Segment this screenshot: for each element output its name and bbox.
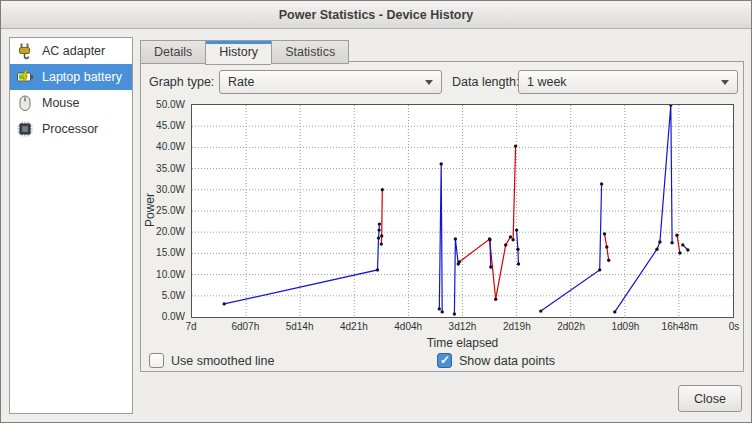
device-item-label: Processor [42,122,98,136]
tab-details[interactable]: Details [140,40,205,64]
y-tick-label: 20.0W [156,226,185,237]
x-tick-label: 4d21h [340,321,368,332]
device-item-processor[interactable]: Processor [10,116,132,142]
x-tick-label: 3d12h [449,321,477,332]
tab-statistics[interactable]: Statistics [271,40,349,64]
y-tick-label: 5.0W [162,289,185,300]
y-tick-label: 15.0W [156,247,185,258]
y-axis-ticks: 0.0W5.0W10.0W15.0W20.0W25.0W30.0W35.0W40… [153,104,188,316]
y-tick-label: 30.0W [156,183,185,194]
show-data-points-checkbox[interactable]: Show data points [437,353,555,368]
x-tick-label: 2d19h [503,321,531,332]
graph-type-select[interactable]: Rate [219,70,442,94]
chart-canvas [192,105,733,317]
titlebar[interactable]: Power Statistics - Device History [1,1,751,29]
processor-icon [14,118,36,140]
show-data-points-label: Show data points [459,354,555,368]
device-item-mouse[interactable]: Mouse [10,90,132,116]
x-tick-label: 1d09h [611,321,639,332]
x-tick-label: 4d04h [394,321,422,332]
chevron-down-icon [721,80,729,85]
notebook-tabs: Details History Statistics [140,40,349,64]
y-tick-label: 25.0W [156,205,185,216]
y-tick-label: 35.0W [156,162,185,173]
history-chart [191,104,734,318]
data-length-select[interactable]: 1 week [518,70,738,94]
smoothed-line-label: Use smoothed line [171,354,275,368]
x-tick-label: 0s [729,321,740,332]
y-tick-label: 10.0W [156,268,185,279]
device-item-ac-adapter[interactable]: AC adapter [10,38,132,64]
window-title: Power Statistics - Device History [279,8,474,22]
power-statistics-window: Power Statistics - Device History AC ada… [0,0,752,423]
smoothed-line-checkbox[interactable]: Use smoothed line [149,353,275,368]
y-tick-label: 45.0W [156,120,185,131]
y-tick-label: 50.0W [156,99,185,110]
checkbox-box[interactable] [149,353,164,368]
x-axis-title: Time elapsed [191,336,734,350]
x-tick-label: 6d07h [231,321,259,332]
x-tick-label: 7d [185,321,196,332]
y-tick-label: 0.0W [162,311,185,322]
history-page: Graph type: Rate Data length: 1 week Pow… [140,61,744,372]
device-item-label: Mouse [42,96,80,110]
mouse-icon [14,92,36,114]
device-item-label: Laptop battery [42,70,122,84]
y-tick-label: 40.0W [156,141,185,152]
checkbox-box[interactable] [437,353,452,368]
x-tick-label: 16h48m [662,321,698,332]
device-list: AC adapter Laptop battery M [9,37,133,414]
close-button[interactable]: Close [678,385,742,412]
graph-type-label: Graph type: [149,75,214,89]
data-length-label: Data length: [452,75,519,89]
graph-type-value: Rate [228,75,254,89]
ac-adapter-icon [14,40,36,62]
chevron-down-icon [425,80,433,85]
x-tick-label: 5d14h [286,321,314,332]
x-tick-label: 2d02h [557,321,585,332]
device-item-label: AC adapter [42,44,105,58]
data-length-value: 1 week [527,75,567,89]
battery-icon [14,66,36,88]
x-axis-ticks: 7d6d07h5d14h4d21h4d04h3d12h2d19h2d02h1d0… [191,321,734,333]
device-item-laptop-battery[interactable]: Laptop battery [10,64,132,90]
tab-history[interactable]: History [205,40,271,65]
